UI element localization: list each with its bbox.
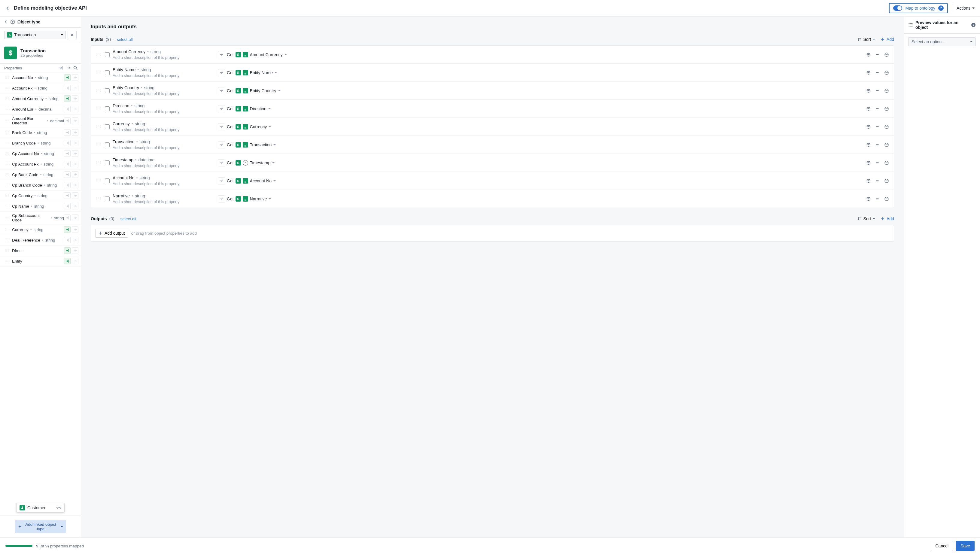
output-filter-icon[interactable] [66,65,71,70]
remove-icon[interactable] [884,70,889,76]
input-description-placeholder[interactable]: Add a short description of this property [113,127,215,132]
property-row[interactable]: ⋮⋮ Amount Eur Directed • decimal [0,115,81,127]
input-mapping[interactable]: Get $ Timestamp [218,159,275,166]
drag-handle-icon[interactable]: ⋮⋮ [95,53,102,56]
input-mapping[interactable]: Get $ „ Currency [218,123,271,131]
property-row[interactable]: ⋮⋮ Deal Reference • string [0,235,81,245]
drag-handle-icon[interactable]: ⋮⋮ [95,71,102,75]
drag-handle-icon[interactable]: ⋮⋮ [95,89,102,92]
input-description-placeholder[interactable]: Add a short description of this property [113,73,215,78]
input-toggle-icon[interactable] [64,129,71,136]
input-toggle-icon[interactable] [64,74,71,81]
input-toggle-icon[interactable] [64,192,71,199]
drag-handle-icon[interactable]: ⋮⋮ [4,86,10,90]
input-toggle-icon[interactable] [64,161,71,167]
property-row[interactable]: ⋮⋮ Cp Name • string [0,201,81,212]
input-description-placeholder[interactable]: Add a short description of this property [113,164,215,168]
output-toggle-icon[interactable] [72,171,78,178]
customer-popup[interactable]: Customer [16,503,65,513]
input-mapping[interactable]: Get $ „ Entity Name [218,69,277,76]
property-row[interactable]: ⋮⋮ Cp Account No • string [0,148,81,159]
drag-handle-icon[interactable]: ⋮⋮ [4,249,10,253]
checkbox[interactable] [105,88,110,93]
property-row[interactable]: ⋮⋮ Currency • string [0,224,81,235]
input-mapping[interactable]: Get $ „ Amount Currency [218,51,287,58]
property-row[interactable]: ⋮⋮ Cp Account Pk • string [0,159,81,169]
input-toggle-icon[interactable] [64,247,71,254]
checkbox[interactable] [105,142,110,147]
checkbox[interactable] [105,107,110,111]
drag-handle-icon[interactable]: ⋮⋮ [4,162,10,166]
drag-handle-icon[interactable]: ⋮⋮ [4,141,10,145]
drag-handle-icon[interactable]: ⋮⋮ [95,161,102,165]
remove-icon[interactable] [884,124,889,130]
output-toggle-icon[interactable] [72,150,78,157]
property-row[interactable]: ⋮⋮ Bank Code • string [0,127,81,138]
input-toggle-icon[interactable] [64,237,71,244]
drag-handle-icon[interactable]: ⋮⋮ [95,125,102,129]
drag-handle-icon[interactable]: ⋮⋮ [4,173,10,177]
more-icon[interactable] [875,70,881,76]
output-toggle-icon[interactable] [72,215,78,221]
drag-handle-icon[interactable]: ⋮⋮ [95,197,102,201]
target-icon[interactable] [865,124,872,130]
output-toggle-icon[interactable] [72,106,78,112]
input-description-placeholder[interactable]: Add a short description of this property [113,145,215,150]
drag-handle-icon[interactable]: ⋮⋮ [95,143,102,146]
input-mapping[interactable]: Get $ „ Direction [218,105,271,112]
drag-handle-icon[interactable]: ⋮⋮ [4,152,10,156]
drag-handle-icon[interactable]: ⋮⋮ [4,97,10,101]
property-row[interactable]: ⋮⋮ Account Pk • string [0,83,81,94]
output-toggle-icon[interactable] [72,129,78,136]
info-icon[interactable]: i [971,22,976,27]
clear-object-button[interactable] [68,31,76,39]
input-mapping[interactable]: Get $ „ Account No [218,177,276,185]
output-toggle-icon[interactable] [72,226,78,233]
input-description-placeholder[interactable]: Add a short description of this property [113,109,215,114]
input-description-placeholder[interactable]: Add a short description of this property [113,181,215,186]
drag-handle-icon[interactable]: ⋮⋮ [4,228,10,232]
drag-handle-icon[interactable]: ⋮⋮ [4,107,10,111]
drag-handle-icon[interactable]: ⋮⋮ [4,216,10,220]
remove-icon[interactable] [884,106,889,112]
more-icon[interactable] [875,52,881,58]
more-icon[interactable] [875,142,881,148]
target-icon[interactable] [865,70,872,76]
input-toggle-icon[interactable] [64,150,71,157]
output-toggle-icon[interactable] [72,237,78,244]
target-icon[interactable] [865,160,872,166]
input-toggle-icon[interactable] [64,118,71,124]
remove-icon[interactable] [884,178,889,184]
property-row[interactable]: ⋮⋮ Entity [0,256,81,266]
input-toggle-icon[interactable] [64,258,71,264]
more-icon[interactable] [875,88,881,94]
input-toggle-icon[interactable] [64,203,71,209]
input-mapping[interactable]: Get $ „ Transaction [218,141,276,148]
actions-button[interactable]: Actions [956,6,975,11]
input-mapping[interactable]: Get $ „ Narrative [218,195,271,202]
output-toggle-icon[interactable] [72,118,78,124]
property-row[interactable]: ⋮⋮ Direct [0,245,81,256]
output-toggle-icon[interactable] [72,247,78,254]
drag-handle-icon[interactable]: ⋮⋮ [4,238,10,242]
checkbox[interactable] [105,161,110,165]
input-toggle-icon[interactable] [64,95,71,102]
property-row[interactable]: ⋮⋮ Cp Country • string [0,191,81,201]
output-toggle-icon[interactable] [72,258,78,264]
output-toggle-icon[interactable] [72,95,78,102]
checkbox[interactable] [105,178,110,183]
input-toggle-icon[interactable] [64,85,71,91]
output-toggle-icon[interactable] [72,161,78,167]
drag-handle-icon[interactable]: ⋮⋮ [95,179,102,183]
target-icon[interactable] [865,106,872,112]
input-description-placeholder[interactable]: Add a short description of this property [113,55,215,60]
add-input-button[interactable]: Add [881,37,894,42]
output-toggle-icon[interactable] [72,192,78,199]
remove-icon[interactable] [884,88,889,94]
drag-handle-icon[interactable]: ⋮⋮ [4,194,10,198]
input-toggle-icon[interactable] [64,106,71,112]
select-all-inputs[interactable]: select all [117,37,133,42]
input-toggle-icon[interactable] [64,215,71,221]
target-icon[interactable] [865,178,872,184]
input-toggle-icon[interactable] [64,140,71,146]
